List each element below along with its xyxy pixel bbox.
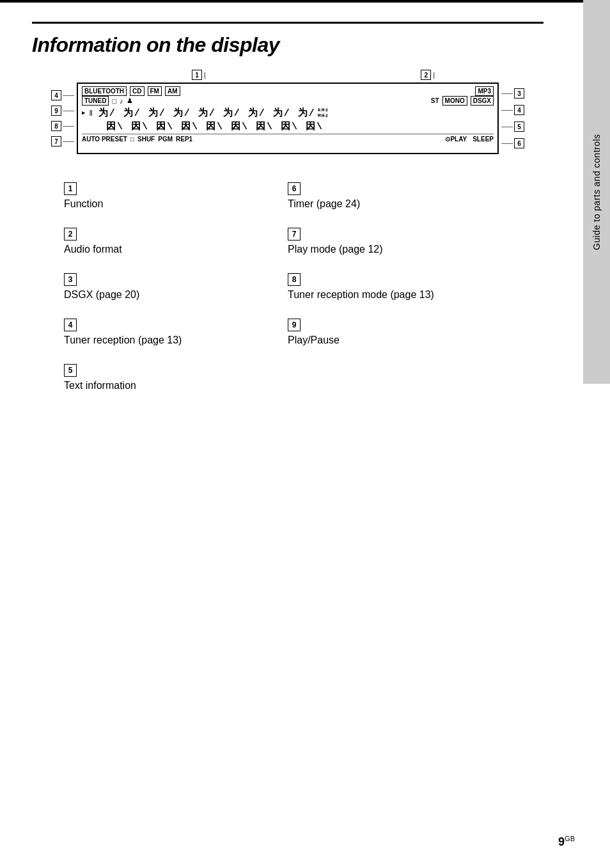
item-3-label: DSGX (page 20) xyxy=(64,289,275,301)
rep1-label: REP1 xyxy=(176,136,192,143)
person-icon: ♟ xyxy=(127,97,133,105)
item-8-label: Tuner reception mode (page 13) xyxy=(288,289,499,301)
callout-left-8: 8 xyxy=(51,121,61,131)
dsgx-label: DSGX xyxy=(471,96,494,106)
item-3-num: 3 xyxy=(64,273,77,286)
item-2-label: Audio format xyxy=(64,244,275,255)
item-4-label: Tuner reception (page 13) xyxy=(64,335,275,346)
frequency-units: kHz MHz xyxy=(318,107,329,119)
callout-left-9: 9 xyxy=(51,106,61,116)
cd-label: CD xyxy=(130,86,144,96)
fm-label: FM xyxy=(148,86,162,96)
callout-right-6: 6 xyxy=(514,138,524,148)
item-5-num: 5 xyxy=(64,364,77,377)
item-empty xyxy=(288,355,512,400)
folder-icon-2: □ xyxy=(130,136,134,143)
callout-left-4: 4 xyxy=(51,90,61,100)
item-4: 4 Tuner reception (page 13) xyxy=(64,310,288,355)
pause-icon: ‖ xyxy=(89,109,93,116)
item-9-label: Play/Pause xyxy=(288,335,499,346)
screen-segments-bottom: 因\ 因\ 因\ 因\ 因\ 因\ 因\ 因\ 因\ xyxy=(82,120,494,134)
sleep-label: SLEEP xyxy=(473,136,494,143)
segment-display-bottom: 因\ 因\ 因\ 因\ 因\ 因\ 因\ 因\ 因\ xyxy=(106,120,324,132)
item-4-num: 4 xyxy=(64,319,77,331)
item-1-num: 1 xyxy=(64,182,77,195)
page-number: 9GB xyxy=(558,835,575,849)
item-2-num: 2 xyxy=(64,228,77,241)
side-tab-text: Guide to parts and controls xyxy=(591,134,602,250)
screen-row-bottom: AUTO PRESET □ SHUF PGM REP1 ⊙PLAY SLEEP xyxy=(82,134,494,143)
display-diagram: 1 | 2 | 4 —— 9 —— 8 —— xyxy=(51,70,524,154)
callout-1: 1 xyxy=(192,70,202,80)
item-5-label: Text information xyxy=(64,380,275,391)
mp3-label: MP3 xyxy=(475,86,494,96)
item-7-label: Play mode (page 12) xyxy=(288,244,499,255)
item-9: 9 Play/Pause xyxy=(288,310,512,355)
bluetooth-label: BLUETOOTH xyxy=(82,86,127,96)
tuned-label: TUNED xyxy=(82,96,109,106)
screen-display: BLUETOOTH CD FM AM MP3 TUNED □ ♪ ♟ ST MO… xyxy=(77,83,499,154)
auto-preset-label: AUTO PRESET xyxy=(82,136,127,143)
st-label: ST xyxy=(431,97,439,104)
pgm-label: PGM xyxy=(158,136,173,143)
screen-segments-top: ▶ ‖ 为/ 为/ 为/ 为/ 为/ 为/ 为/ 为/ 为/ kHz MHz xyxy=(82,106,494,120)
callout-right-5: 5 xyxy=(514,122,524,132)
music-icon: ♪ xyxy=(120,97,123,105)
item-6-num: 6 xyxy=(288,182,301,195)
item-7-num: 7 xyxy=(288,228,301,241)
shuf-label: SHUF xyxy=(137,136,155,143)
item-8-num: 8 xyxy=(288,273,301,286)
side-tab: Guide to parts and controls xyxy=(583,0,610,384)
callout-right-4: 4 xyxy=(514,105,524,115)
callout-right-3: 3 xyxy=(514,88,524,99)
page-title: Information on the display xyxy=(32,22,544,57)
callout-2: 2 xyxy=(421,70,431,80)
screen-row-2: TUNED □ ♪ ♟ ST MONO DSGX xyxy=(82,96,494,106)
play-label: ⊙PLAY xyxy=(445,136,467,143)
item-1-label: Function xyxy=(64,198,275,210)
items-grid: 1 Function 6 Timer (page 24) 2 Audio for… xyxy=(32,173,544,400)
item-6-label: Timer (page 24) xyxy=(288,198,499,210)
item-5: 5 Text information xyxy=(64,355,288,400)
item-1: 1 Function xyxy=(64,173,288,219)
item-3: 3 DSGX (page 20) xyxy=(64,264,288,310)
segment-display-top: 为/ 为/ 为/ 为/ 为/ 为/ 为/ 为/ 为/ xyxy=(98,107,316,119)
am-label: AM xyxy=(165,86,180,96)
item-8: 8 Tuner reception mode (page 13) xyxy=(288,264,512,310)
mono-label: MONO xyxy=(442,96,467,106)
item-6: 6 Timer (page 24) xyxy=(288,173,512,219)
callout-left-7: 7 xyxy=(51,136,61,146)
item-2: 2 Audio format xyxy=(64,219,288,264)
folder-icon: □ xyxy=(112,97,116,105)
play-icon: ▶ xyxy=(82,109,86,116)
item-7: 7 Play mode (page 12) xyxy=(288,219,512,264)
item-9-num: 9 xyxy=(288,319,301,331)
screen-row-1: BLUETOOTH CD FM AM MP3 xyxy=(82,86,494,96)
